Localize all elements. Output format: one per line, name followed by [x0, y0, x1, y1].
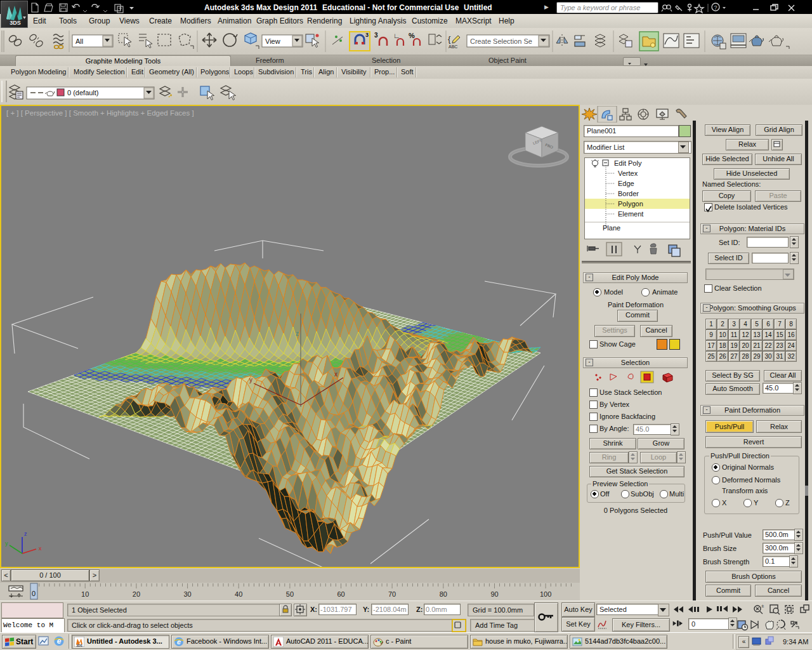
- svg-text:?: ?: [714, 4, 717, 11]
- svg-text:3DS: 3DS: [76, 644, 82, 647]
- svg-text:x: x: [39, 545, 42, 552]
- svg-text:80: 80: [440, 590, 447, 598]
- svg-text:Edit Poly: Edit Poly: [614, 159, 642, 167]
- svg-text:Polygon: Polygon: [618, 200, 643, 208]
- svg-text:100: 100: [540, 590, 551, 598]
- svg-text:x: x: [334, 371, 337, 378]
- svg-text:z: z: [24, 531, 27, 537]
- svg-text:70: 70: [388, 590, 396, 598]
- svg-text:50: 50: [286, 590, 294, 598]
- svg-text:40: 40: [235, 590, 242, 598]
- svg-text:Create Selection Se: Create Selection Se: [470, 37, 532, 45]
- svg-text:Edge: Edge: [618, 180, 634, 187]
- svg-text:Vertex: Vertex: [618, 169, 638, 177]
- svg-text:0: 0: [32, 590, 36, 597]
- svg-text:Border: Border: [618, 190, 639, 197]
- svg-text:y: y: [249, 376, 252, 383]
- svg-text:Element: Element: [618, 210, 643, 218]
- svg-text:±: ±: [761, 603, 764, 609]
- svg-text:z: z: [296, 330, 299, 337]
- svg-text:60: 60: [337, 590, 344, 598]
- svg-text:30: 30: [183, 590, 191, 598]
- svg-text:ABC: ABC: [449, 44, 457, 49]
- svg-text:0 (default): 0 (default): [67, 89, 99, 96]
- svg-text:10: 10: [81, 590, 89, 598]
- svg-text:{: {: [448, 34, 451, 44]
- svg-text:3: 3: [365, 32, 369, 38]
- svg-text:View: View: [265, 37, 280, 45]
- svg-text:90: 90: [490, 590, 498, 598]
- svg-text:All: All: [75, 37, 83, 45]
- svg-text:20: 20: [133, 590, 140, 598]
- svg-text:%: %: [409, 32, 415, 39]
- svg-text:e: e: [57, 637, 62, 646]
- svg-text:y: y: [5, 540, 8, 547]
- svg-text:3: 3: [374, 32, 378, 39]
- svg-text:Plane: Plane: [603, 224, 620, 232]
